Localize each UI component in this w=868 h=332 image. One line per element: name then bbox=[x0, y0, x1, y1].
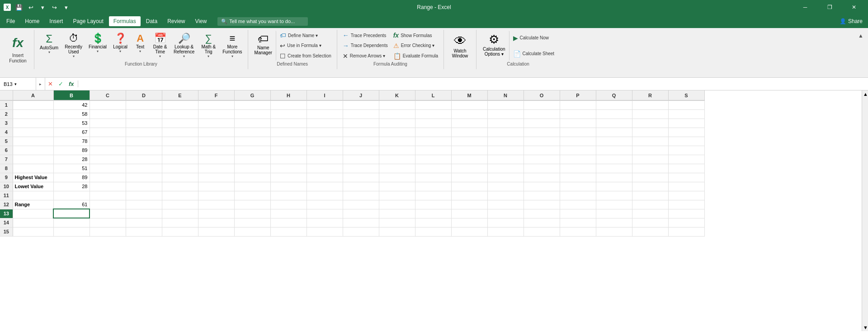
cell-C4[interactable] bbox=[90, 128, 126, 137]
menu-insert[interactable]: Insert bbox=[45, 16, 67, 26]
cell-Q4[interactable] bbox=[596, 128, 632, 137]
more-functions-button[interactable]: ≡ MoreFunctions ▾ bbox=[220, 31, 245, 60]
cell-H7[interactable] bbox=[270, 155, 307, 164]
cell-K2[interactable] bbox=[379, 109, 415, 119]
cell-J11[interactable] bbox=[343, 191, 379, 200]
cell-R13[interactable] bbox=[632, 209, 668, 218]
cell-J7[interactable] bbox=[343, 155, 379, 164]
cell-A3[interactable] bbox=[13, 119, 53, 128]
cell-D7[interactable] bbox=[126, 155, 162, 164]
cell-M2[interactable] bbox=[451, 109, 487, 119]
row-num-13[interactable]: 13 bbox=[0, 209, 13, 218]
col-header-A[interactable]: A bbox=[13, 90, 53, 100]
cell-Q13[interactable] bbox=[596, 209, 632, 218]
cell-P2[interactable] bbox=[560, 109, 596, 119]
cell-E7[interactable] bbox=[162, 155, 198, 164]
cell-G14[interactable] bbox=[234, 218, 270, 227]
create-from-selection-button[interactable]: ☐ Create from Selection bbox=[278, 52, 333, 61]
cell-G8[interactable] bbox=[234, 164, 270, 173]
col-header-P[interactable]: P bbox=[560, 90, 596, 100]
cell-L8[interactable] bbox=[415, 164, 451, 173]
cell-D11[interactable] bbox=[126, 191, 162, 200]
minimize-button[interactable]: ─ bbox=[795, 0, 816, 14]
cell-K13[interactable] bbox=[379, 209, 415, 218]
scroll-down-button[interactable]: ▼ bbox=[862, 324, 868, 331]
row-num-2[interactable]: 2 bbox=[0, 109, 13, 119]
cell-J10[interactable] bbox=[343, 182, 379, 191]
cell-H8[interactable] bbox=[270, 164, 307, 173]
cell-E4[interactable] bbox=[162, 128, 198, 137]
cell-A8[interactable] bbox=[13, 164, 53, 173]
cell-H14[interactable] bbox=[270, 218, 307, 227]
cell-O3[interactable] bbox=[524, 119, 560, 128]
undo-btn[interactable]: ↩ bbox=[25, 2, 36, 13]
cell-B3[interactable]: 53 bbox=[53, 119, 90, 128]
calculation-options-button[interactable]: ⚙ CalculationOptions ▾ bbox=[480, 31, 509, 61]
cell-K1[interactable] bbox=[379, 100, 415, 109]
cell-B11[interactable] bbox=[53, 191, 90, 200]
cell-Q1[interactable] bbox=[596, 100, 632, 109]
cell-L14[interactable] bbox=[415, 218, 451, 227]
close-button[interactable]: ✕ bbox=[844, 0, 864, 14]
cell-E10[interactable] bbox=[162, 182, 198, 191]
cell-B7[interactable]: 28 bbox=[53, 155, 90, 164]
cell-O8[interactable] bbox=[524, 164, 560, 173]
menu-view[interactable]: View bbox=[191, 16, 212, 26]
col-header-G[interactable]: G bbox=[234, 90, 270, 100]
cell-B4[interactable]: 67 bbox=[53, 128, 90, 137]
cell-C5[interactable] bbox=[90, 137, 126, 146]
cell-K7[interactable] bbox=[379, 155, 415, 164]
cell-N1[interactable] bbox=[487, 100, 524, 109]
cell-S1[interactable] bbox=[668, 100, 704, 109]
col-header-F[interactable]: F bbox=[198, 90, 234, 100]
undo-dropdown[interactable]: ▾ bbox=[37, 2, 48, 13]
cell-Q6[interactable] bbox=[596, 146, 632, 155]
cell-K11[interactable] bbox=[379, 191, 415, 200]
cell-G12[interactable] bbox=[234, 200, 270, 209]
cell-N8[interactable] bbox=[487, 164, 524, 173]
cell-O12[interactable] bbox=[524, 200, 560, 209]
cell-Q2[interactable] bbox=[596, 109, 632, 119]
cell-H6[interactable] bbox=[270, 146, 307, 155]
trace-dependents-button[interactable]: → Trace Dependents bbox=[341, 41, 390, 50]
cell-M9[interactable] bbox=[451, 173, 487, 182]
cell-H9[interactable] bbox=[270, 173, 307, 182]
cell-D9[interactable] bbox=[126, 173, 162, 182]
cell-S11[interactable] bbox=[668, 191, 704, 200]
cell-L15[interactable] bbox=[415, 227, 451, 236]
cell-H2[interactable] bbox=[270, 109, 307, 119]
cell-A6[interactable] bbox=[13, 146, 53, 155]
cell-F13[interactable] bbox=[198, 209, 234, 218]
col-header-H[interactable]: H bbox=[270, 90, 307, 100]
cell-R7[interactable] bbox=[632, 155, 668, 164]
col-header-L[interactable]: L bbox=[415, 90, 451, 100]
cell-K15[interactable] bbox=[379, 227, 415, 236]
calculate-now-button[interactable]: ▶ Calculate Now bbox=[511, 33, 557, 43]
cell-A14[interactable] bbox=[13, 218, 53, 227]
cell-P3[interactable] bbox=[560, 119, 596, 128]
share-button[interactable]: 👤 Share bbox=[836, 16, 866, 26]
cell-L2[interactable] bbox=[415, 109, 451, 119]
cell-M6[interactable] bbox=[451, 146, 487, 155]
cancel-formula-icon[interactable]: ✕ bbox=[45, 81, 56, 87]
cell-O15[interactable] bbox=[524, 227, 560, 236]
cell-M11[interactable] bbox=[451, 191, 487, 200]
cell-K8[interactable] bbox=[379, 164, 415, 173]
cell-H3[interactable] bbox=[270, 119, 307, 128]
cell-H15[interactable] bbox=[270, 227, 307, 236]
cell-M5[interactable] bbox=[451, 137, 487, 146]
cell-O14[interactable] bbox=[524, 218, 560, 227]
cell-A4[interactable] bbox=[13, 128, 53, 137]
col-header-B[interactable]: B bbox=[53, 90, 90, 100]
cell-R11[interactable] bbox=[632, 191, 668, 200]
cell-O9[interactable] bbox=[524, 173, 560, 182]
cell-I4[interactable] bbox=[307, 128, 343, 137]
cell-I12[interactable] bbox=[307, 200, 343, 209]
menu-formulas[interactable]: Formulas bbox=[109, 16, 141, 26]
cell-R10[interactable] bbox=[632, 182, 668, 191]
row-num-3[interactable]: 3 bbox=[0, 119, 13, 128]
cell-D3[interactable] bbox=[126, 119, 162, 128]
cell-K5[interactable] bbox=[379, 137, 415, 146]
cell-D12[interactable] bbox=[126, 200, 162, 209]
cell-E3[interactable] bbox=[162, 119, 198, 128]
